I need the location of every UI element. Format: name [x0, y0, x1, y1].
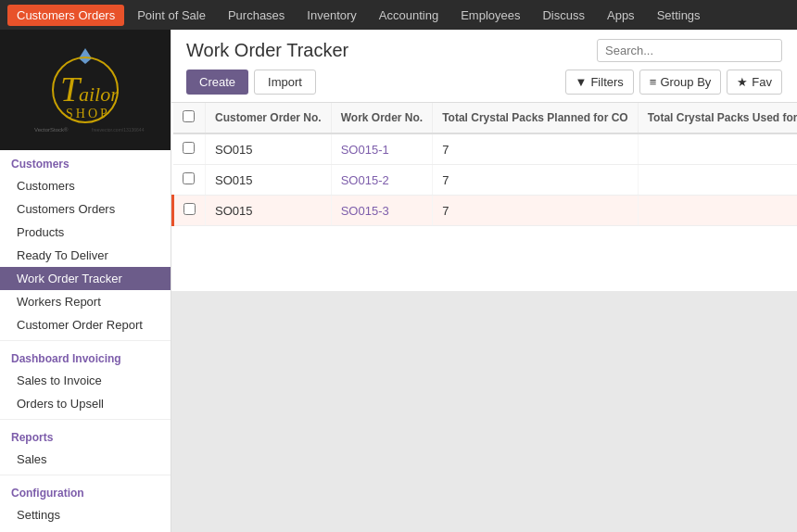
toolbar-right: ▼ Filters ≡ Group By ★ Fav: [565, 70, 782, 95]
content-header: Work Order Tracker Create Import ▼ Filte…: [171, 30, 797, 103]
filters-button[interactable]: ▼ Filters: [565, 70, 634, 95]
sidebar-section-configuration: Configuration Settings: [0, 479, 171, 526]
sidebar-section-customers: Customers Customers Customers Orders Pro…: [0, 150, 171, 336]
sidebar: T ailor SHOP VectorStock® freevector.com…: [0, 30, 171, 532]
table-row: SO015 SO015-3 7 C A: [173, 196, 798, 226]
title-row: Work Order Tracker: [186, 39, 782, 62]
import-button[interactable]: Import: [254, 70, 316, 95]
row-checkbox-cell: [173, 133, 206, 165]
nav-item-apps[interactable]: Apps: [598, 5, 644, 26]
table-header-row: Customer Order No. Work Order No. Total …: [173, 103, 798, 133]
row-customer-order: SO015: [206, 133, 332, 165]
row-used: [638, 133, 797, 165]
row-checkbox[interactable]: [183, 203, 196, 215]
main-area: T ailor SHOP VectorStock® freevector.com…: [0, 30, 797, 532]
header-used: Total Crystal Packs Used for CO: [638, 103, 797, 133]
group-by-button[interactable]: ≡ Group By: [639, 70, 722, 95]
row-work-order[interactable]: SO015-1: [331, 133, 432, 165]
sidebar-section-title-invoicing: Dashboard Invoicing: [0, 345, 171, 369]
sidebar-divider-2: [0, 419, 171, 420]
toolbar-row: Create Import ▼ Filters ≡ Group By ★ Fav: [186, 70, 782, 95]
group-by-label: Group By: [660, 75, 711, 89]
header-work-order: Work Order No.: [331, 103, 432, 133]
row-customer-order: SO015: [206, 165, 332, 196]
sidebar-item-products[interactable]: Products: [0, 221, 171, 244]
sidebar-divider-3: [0, 475, 171, 475]
sidebar-divider-1: [0, 340, 171, 341]
page-title: Work Order Tracker: [186, 40, 348, 61]
work-order-table: Customer Order No. Work Order No. Total …: [171, 103, 797, 226]
nav-item-accounting[interactable]: Accounting: [370, 5, 448, 26]
row-customer-order: SO015: [206, 196, 332, 226]
row-checkbox-cell: [173, 196, 206, 226]
top-navigation: Customers Orders Point of Sale Purchases…: [0, 0, 797, 30]
sidebar-item-customer-order-report[interactable]: Customer Order Report: [0, 313, 171, 336]
row-work-order[interactable]: SO015-2: [331, 165, 432, 196]
sidebar-section-title-reports: Reports: [0, 424, 171, 448]
sidebar-item-workers-report[interactable]: Workers Report: [0, 290, 171, 313]
nav-item-customers-orders[interactable]: Customers Orders: [7, 5, 124, 26]
row-checkbox[interactable]: [183, 172, 195, 184]
nav-item-employees[interactable]: Employees: [451, 5, 529, 26]
filters-label: Filters: [590, 75, 623, 89]
row-planned: 7: [433, 133, 639, 165]
star-icon: ★: [737, 75, 748, 89]
svg-text:VectorStock®: VectorStock®: [34, 127, 69, 133]
row-used: [638, 196, 797, 226]
sidebar-logo: T ailor SHOP VectorStock® freevector.com…: [0, 30, 171, 150]
sidebar-item-sales[interactable]: Sales: [0, 448, 171, 471]
favorites-label: Fav: [752, 75, 772, 89]
filter-icon: ▼: [576, 75, 588, 89]
row-checkbox[interactable]: [183, 142, 195, 154]
table-container: Customer Order No. Work Order No. Total …: [171, 103, 797, 291]
table-row: SO015 SO015-2 7 C A: [173, 165, 798, 196]
sidebar-item-settings[interactable]: Settings: [0, 503, 171, 526]
sidebar-item-orders-to-upsell[interactable]: Orders to Upsell: [0, 392, 171, 415]
create-button[interactable]: Create: [186, 70, 248, 95]
sidebar-section-title-configuration: Configuration: [0, 479, 171, 503]
sidebar-section-title-customers: Customers: [0, 150, 171, 174]
bottom-empty-area: [171, 291, 797, 532]
group-by-icon: ≡: [650, 75, 657, 89]
svg-text:freevector.com/13136644: freevector.com/13136644: [92, 127, 145, 133]
header-checkbox-col: [173, 103, 206, 133]
sidebar-section-reports: Reports Sales: [0, 424, 171, 471]
sidebar-item-customers-orders[interactable]: Customers Orders: [0, 197, 171, 221]
nav-item-inventory[interactable]: Inventory: [297, 5, 365, 26]
svg-marker-0: [79, 48, 92, 64]
sidebar-item-sales-to-invoice[interactable]: Sales to Invoice: [0, 369, 171, 392]
row-checkbox-cell: [173, 165, 206, 196]
favorites-button[interactable]: ★ Fav: [727, 70, 782, 95]
nav-item-purchases[interactable]: Purchases: [219, 5, 294, 26]
sidebar-item-work-order-tracker[interactable]: Work Order Tracker: [0, 267, 171, 290]
row-work-order[interactable]: SO015-3: [331, 196, 432, 226]
sidebar-item-ready-to-deliver[interactable]: Ready To Deliver: [0, 244, 171, 267]
toolbar-left: Create Import: [186, 70, 316, 95]
search-input[interactable]: [597, 39, 782, 62]
nav-item-pos[interactable]: Point of Sale: [128, 5, 215, 26]
main-content: Work Order Tracker Create Import ▼ Filte…: [171, 30, 797, 532]
nav-item-settings[interactable]: Settings: [648, 5, 710, 26]
header-planned: Total Crystal Packs Planned for CO: [433, 103, 639, 133]
row-planned: 7: [433, 165, 639, 196]
row-planned: 7: [433, 196, 639, 226]
table-row: SO015 SO015-1 7 B A: [173, 133, 798, 165]
logo-image: T ailor SHOP VectorStock® freevector.com…: [25, 44, 145, 136]
nav-item-discuss[interactable]: Discuss: [533, 5, 594, 26]
header-customer-order: Customer Order No.: [206, 103, 332, 133]
row-used: [638, 165, 797, 196]
select-all-checkbox[interactable]: [183, 110, 195, 122]
svg-text:SHOP: SHOP: [66, 107, 110, 120]
svg-text:ailor: ailor: [79, 82, 119, 106]
sidebar-section-invoicing: Dashboard Invoicing Sales to Invoice Ord…: [0, 345, 171, 415]
sidebar-item-customers[interactable]: Customers: [0, 174, 171, 197]
